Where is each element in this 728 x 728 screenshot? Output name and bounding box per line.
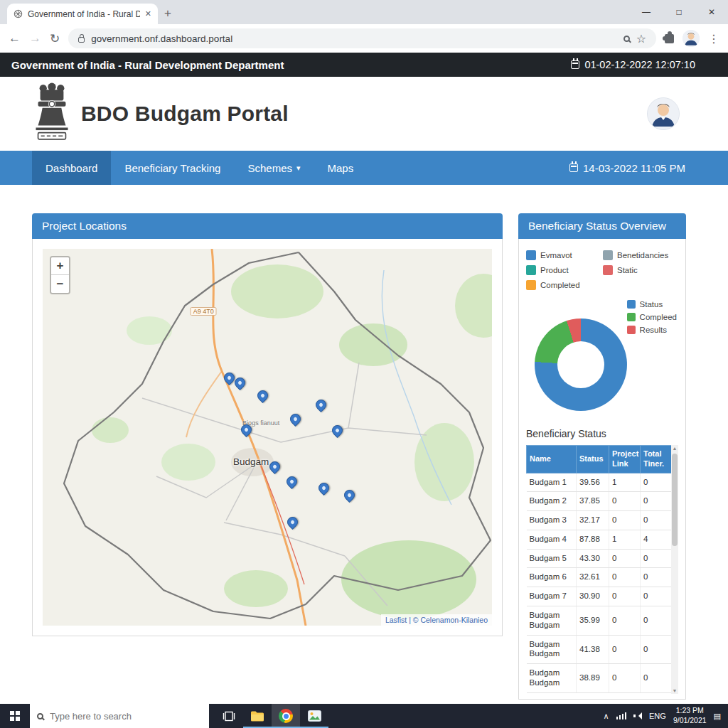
beneficiary-status-panel: Beneficiary Status Overview EvmavotBenet… [518,213,686,700]
legend-swatch [526,280,536,290]
browser-tabstrip: Government of India - Rural D... ✕ + — □… [0,0,728,24]
table-cell: 0 [641,587,672,606]
browser-profile-avatar[interactable] [682,30,700,47]
legend-label: Status [640,300,663,309]
volume-icon[interactable] [633,712,642,720]
legend-swatch [603,265,613,275]
system-tray: ∧ ENG 1:23 PM 9/01/2021 ▤ [603,706,728,725]
column-header: Status [577,446,609,473]
taskbar-search[interactable] [30,704,209,728]
network-icon[interactable] [616,712,627,719]
table-row: Budgam 237.8500 [527,492,672,511]
table-scrollbar[interactable]: ▲ ▼ [671,445,678,694]
tray-time: 1:23 PM [673,706,707,716]
photos-app-button[interactable] [300,704,328,728]
url-bar[interactable]: government.onf.dashboard.portal ☆ [68,28,656,48]
close-button[interactable]: ✕ [695,0,728,24]
search-input[interactable] [50,711,178,722]
start-button[interactable] [0,704,30,728]
user-avatar[interactable] [647,97,680,130]
table-cell: Budgam 6 [527,568,577,587]
table-cell: 0 [609,606,641,636]
table-cell: Budgam 5 [527,549,577,568]
chevron-down-icon: ▾ [296,164,301,173]
windows-logo-icon [10,711,20,721]
scroll-up-icon[interactable]: ▲ [671,446,678,451]
browser-menu-icon[interactable]: ⋮ [708,32,719,46]
extensions-puzzle-icon[interactable] [665,34,674,43]
legend-item: Status [627,300,677,309]
india-emblem-logo [36,82,68,146]
chrome-button[interactable] [272,704,300,728]
table-cell: 0 [641,492,672,511]
windows-taskbar: ∧ ENG 1:23 PM 9/01/2021 ▤ [0,704,728,728]
minimize-button[interactable]: — [630,0,663,24]
city-label: Budgam [233,456,269,466]
file-explorer-button[interactable] [243,704,272,728]
table-cell: Budgam 2 [527,492,577,511]
nav-item-beneficiary-tracking[interactable]: Beneficiary Tracking [111,151,234,185]
zoom-in-button[interactable]: + [51,257,69,275]
zoom-badge-icon[interactable] [623,36,630,42]
table-cell: Budgam Budgam [527,664,577,693]
language-indicator[interactable]: ENG [649,712,666,720]
table-cell: 32.17 [577,511,609,530]
page-title: BDO Budgam Portal [81,102,289,126]
column-header: Name [527,446,577,473]
table-title: Beneficiary Status [526,428,678,439]
search-icon [37,713,43,719]
column-header: Project Link [609,446,641,473]
browser-tab[interactable]: Government of India - Rural D... ✕ [7,4,158,24]
calendar-icon [571,60,579,69]
nav-item-maps[interactable]: Maps [314,151,368,185]
table-cell: Budgam Budgam [527,635,577,664]
maximize-button[interactable]: □ [663,0,695,24]
zoom-out-button[interactable]: − [51,275,69,293]
legend-swatch [627,300,636,309]
table-cell: 38.89 [577,664,609,693]
status-table-head-row: NameStatusProject LinkTotal Tiner. [527,446,672,473]
table-cell: 87.88 [577,530,609,549]
tray-expand-icon[interactable]: ∧ [603,712,609,721]
table-cell: 32.61 [577,568,609,587]
legend-item: Static [603,265,678,275]
new-tab-button[interactable]: + [158,4,178,23]
table-cell: Budgam 4 [527,530,577,549]
clock[interactable]: 1:23 PM 9/01/2021 [673,706,707,725]
donut-chart-area: StatusCompleedResults [526,299,678,418]
legend-item: Benetidancies [603,250,678,260]
status-table-body: Budgam 139.5610Budgam 237.8500Budgam 332… [527,473,672,692]
legend-swatch [627,326,636,334]
task-view-button[interactable] [215,704,243,728]
bookmark-star-icon[interactable]: ☆ [636,32,646,46]
lock-icon [78,37,85,43]
calendar-icon [569,164,578,172]
tab-close-icon[interactable]: ✕ [145,9,151,18]
map[interactable]: + − A9 4T0 Biogs fianuut Budgam [43,249,492,626]
nav-item-schemes[interactable]: Schemes▾ [234,151,314,185]
main-navigation: DashboardBeneficiary TrackingSchemes▾Map… [0,151,728,185]
back-icon[interactable]: ← [9,31,21,46]
table-cell: 0 [641,635,672,664]
map-attribution[interactable]: Lasfist | © Celenamon-Kilanieo [381,614,492,626]
table-cell: 35.99 [577,606,609,636]
table-cell: 0 [609,664,641,693]
table-cell: 0 [609,549,641,568]
legend-item: Product [526,265,600,275]
forward-icon[interactable]: → [29,31,41,46]
reload-icon[interactable]: ↻ [50,31,60,46]
legend-swatch [627,313,636,321]
table-cell: 0 [641,549,672,568]
nav-items: DashboardBeneficiary TrackingSchemes▾Map… [32,151,367,185]
gov-topbar: Government of India - Rural Development … [0,53,728,77]
table-cell: Budgam 3 [527,511,577,530]
dashboard-content: Project Locations [0,185,728,700]
scroll-down-icon[interactable]: ▼ [671,688,678,693]
task-view-icon [223,711,235,722]
nav-item-dashboard[interactable]: Dashboard [32,151,111,185]
scrollbar-thumb[interactable] [672,454,678,546]
table-cell: Budgam 7 [527,587,577,606]
notification-center-icon[interactable]: ▤ [714,712,721,721]
panel-title: Project Locations [32,213,503,239]
donut-legend: StatusCompleedResults [627,300,677,334]
